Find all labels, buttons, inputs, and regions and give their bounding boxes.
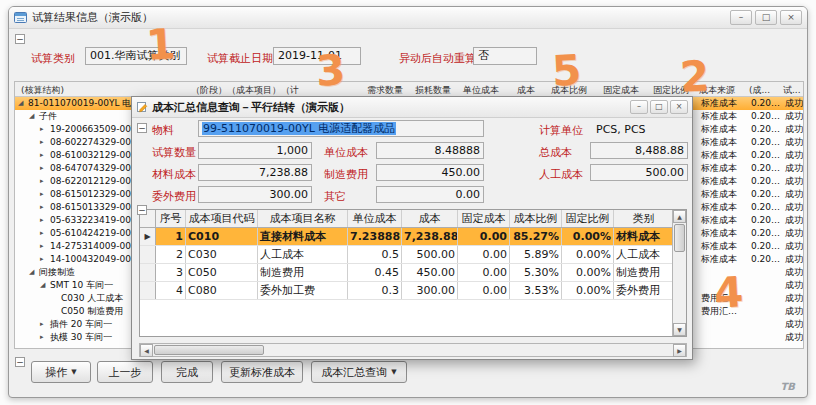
status-cell: 成功 [785,292,803,305]
tree-collapsed-icon[interactable]: ▸ [40,331,50,344]
tree-collapsed-icon[interactable]: ▸ [40,253,50,266]
table-cell: 300.00 [402,282,458,299]
scrollbar-thumb[interactable] [674,224,685,252]
cost-item-row[interactable]: 2C030人工成本0.5500.000.005.89%0.00%人工成本 [140,246,672,264]
dialog-title: 成本汇总信息查询－平行结转（演示版） [152,100,350,115]
tree-collapsed-icon[interactable]: ▸ [40,149,50,162]
scroll-down-button[interactable]: ▼ [673,323,686,336]
tree-expanded-icon[interactable]: ◢ [29,266,39,279]
cutoff-date-field[interactable]: 2019-11-01 [273,47,361,65]
table-cell: 1 [156,228,186,245]
main-titlebar[interactable]: 试算结果信息（演示版） – □ × [9,7,807,29]
tree-collapsed-icon[interactable]: ▸ [40,162,50,175]
button-label: 成本汇总查询 [321,365,387,380]
table-column-header[interactable]: 固定成本 [458,210,510,227]
material-cost-field[interactable]: 7,238.88 [198,164,312,181]
tree-expanded-icon[interactable]: ◢ [40,279,50,292]
table-cell: 0.3 [348,282,402,299]
tree-collapsed-icon[interactable]: ▸ [40,175,50,188]
table-cell: C030 [186,246,258,263]
finish-button[interactable]: 完成 [161,361,213,383]
cost-value-cell: 0.20… [751,123,780,136]
tree-collapsed-icon[interactable]: ▸ [40,240,50,253]
tree-expanded-icon[interactable]: ◢ [18,97,28,110]
tree-collapsed-icon[interactable]: ▸ [40,318,50,331]
tree-node-label[interactable]: C030 人工成本 [61,293,123,303]
labor-cost-field[interactable]: 500.00 [590,164,688,181]
dialog-close-button[interactable]: × [670,100,688,114]
close-button[interactable]: × [780,10,802,25]
cost-source-cell: 标准成本 [701,240,737,253]
vertical-scrollbar[interactable]: ▲ ▼ [672,210,686,336]
horizontal-scrollbar[interactable]: ◀ ▶ [139,343,687,357]
row-selector-cell: ▶ [140,228,156,245]
action-menu-button[interactable]: 操作 ▼ [31,361,91,383]
scroll-up-button[interactable]: ▲ [673,210,686,223]
tree-node-label[interactable]: 执模 30 车间一 [50,332,112,342]
grid-column-header[interactable]: 成本来源 [699,84,735,97]
table-column-header[interactable]: 成本项目代码 [186,210,258,227]
tree-node-label[interactable]: SMT 10 车间一 [50,280,113,290]
dialog-minimize-button[interactable]: – [630,100,648,114]
material-field[interactable]: 99-511070019-00YL 电源适配器成品 [198,120,484,137]
table-cell: 直接材料成本 [258,228,348,245]
status-cell: 成功 [785,110,803,123]
grid-column-header[interactable]: 试... [783,84,801,97]
table-column-header[interactable]: 成本项目名称 [258,210,348,227]
tree-collapsed-icon[interactable]: ▸ [40,123,50,136]
table-column-header[interactable]: 单位成本 [348,210,402,227]
cost-summary-query-button[interactable]: 成本汇总查询 ▼ [311,361,407,383]
unit-cost-field[interactable]: 8.48888 [376,142,484,159]
outsource-cost-field[interactable]: 300.00 [198,186,312,203]
table-cell: C010 [186,228,258,245]
mfg-cost-field[interactable]: 450.00 [376,164,484,181]
table-column-header[interactable]: 类别 [614,210,672,227]
material-cost-label: 材料成本 [152,167,196,182]
scroll-left-button[interactable]: ◀ [140,344,153,357]
status-cell: 成功 [785,214,803,227]
tree-collapsed-icon[interactable]: ▸ [40,227,50,240]
trial-category-field[interactable]: 001.华南试算类别 [85,47,187,65]
table-column-header[interactable]: 成本比例 [510,210,562,227]
table-cell: 0.45 [348,264,402,281]
collapse-icon[interactable]: − [137,123,147,133]
table-column-header[interactable]: 固定比例 [562,210,614,227]
tree-collapsed-icon[interactable]: ▸ [40,188,50,201]
collapse-icon[interactable]: − [137,205,147,215]
tree-collapsed-icon[interactable]: ▸ [40,201,50,214]
table-cell: 450.00 [402,264,458,281]
other-cost-field[interactable]: 0.00 [376,186,484,203]
grid-column-header[interactable]: (核算结构) [21,84,64,97]
cost-value-cell: 0.20… [751,201,780,214]
collapse-icon[interactable]: − [15,34,25,44]
scroll-right-button[interactable]: ▶ [673,344,686,357]
table-cell: 85.27% [510,228,562,245]
maximize-button[interactable]: □ [755,10,777,25]
scrollbar-thumb[interactable] [154,345,264,355]
tree-node-label[interactable]: 子件 [39,111,57,121]
cost-item-row[interactable]: 4C080委外加工费0.3300.000.003.53%0.00%委外费用 [140,282,672,300]
auto-recalc-field[interactable]: 否 [473,47,537,65]
tree-collapsed-icon[interactable]: ▸ [40,214,50,227]
dialog-titlebar[interactable]: 成本汇总信息查询－平行结转（演示版） – □ × [132,97,692,118]
trial-qty-field[interactable]: 1,000 [198,142,312,159]
previous-step-button[interactable]: 上一步 [97,361,153,383]
table-cell: 7,238.88 [402,228,458,245]
tree-node-label[interactable]: C050 制造费用 [61,306,123,316]
cost-item-row[interactable]: ▶1C010直接材料成本7.238887,238.880.0085.27%0.0… [140,228,672,246]
update-standard-cost-button[interactable]: 更新标准成本 [221,361,303,383]
cost-item-row[interactable]: 3C050制造费用0.45450.000.005.30%0.00%制造费用 [140,264,672,282]
table-column-header[interactable]: 序号 [156,210,186,227]
grid-column-header[interactable]: (成... [749,84,770,97]
tree-expanded-icon[interactable]: ◢ [29,110,39,123]
table-cell: 3.53% [510,282,562,299]
dialog-maximize-button[interactable]: □ [650,100,668,114]
tree-node-label[interactable]: 间接制造 [39,267,75,277]
tree-node-label[interactable]: 插件 20 车间一 [50,319,112,329]
tree-collapsed-icon[interactable]: ▸ [40,136,50,149]
collapse-icon[interactable]: − [15,357,25,367]
table-column-header[interactable]: 成本 [402,210,458,227]
status-cell: 成功 [785,305,803,318]
total-cost-field[interactable]: 8,488.88 [590,142,688,159]
minimize-button[interactable]: – [730,10,752,25]
